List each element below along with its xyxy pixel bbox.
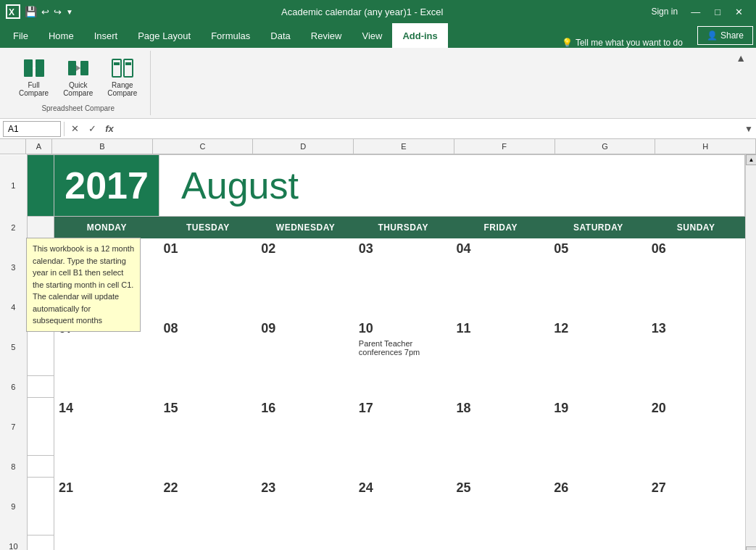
cell-c8[interactable] [159,456,257,478]
cell-h7[interactable]: 20 [647,398,745,456]
tab-view[interactable]: View [352,23,392,48]
tab-home[interactable]: Home [38,23,84,48]
cell-g9[interactable]: 26 [549,478,647,536]
cell-b8[interactable] [54,456,159,478]
close-button[interactable]: ✕ [728,5,750,19]
cell-b9[interactable]: 21 [54,478,159,536]
cell-f6[interactable] [452,376,549,398]
cell-a7[interactable] [27,398,54,456]
cell-e6[interactable] [354,376,452,398]
redo-icon[interactable]: ↪ [54,7,62,17]
cell-h8[interactable] [647,456,745,478]
save-icon[interactable]: 💾 [25,6,37,17]
tab-review[interactable]: Review [301,23,352,48]
cell-d10[interactable] [257,536,354,551]
cell-e5[interactable]: 10Parent Teacherconferences 7pm [354,318,452,376]
cell-a10[interactable] [27,536,54,551]
cell-f5[interactable]: 11 [452,318,549,376]
cell-a1[interactable] [27,155,54,217]
cell-c9[interactable]: 22 [159,478,257,536]
cell-c7[interactable]: 15 [159,398,257,456]
collapse-ribbon-button[interactable]: ▲ [731,51,750,65]
cell-c3[interactable]: 01 [159,238,257,296]
tab-page-layout[interactable]: Page Layout [128,23,201,48]
cell-g3[interactable]: 05 [549,238,647,296]
cell-h10[interactable] [647,536,745,551]
customize-icon[interactable]: ▼ [66,8,73,16]
formula-input[interactable] [117,124,744,134]
cell-d8[interactable] [257,456,354,478]
cell-f4[interactable] [452,296,549,318]
maximize-button[interactable]: □ [707,5,728,19]
cell-a4[interactable] [27,296,54,318]
cell-h5[interactable]: 13 [647,318,745,376]
cell-b4[interactable] [54,296,159,318]
cell-g8[interactable] [549,456,647,478]
cell-e8[interactable] [354,456,452,478]
range-compare-button[interactable]: RangeCompare [103,54,141,100]
cell-f3[interactable]: 04 [452,238,549,296]
cell-g7[interactable]: 19 [549,398,647,456]
cell-d6[interactable] [257,376,354,398]
cell-b3[interactable] [54,238,159,296]
cell-reference-input[interactable] [3,121,61,137]
cell-h9[interactable]: 27 [647,478,745,536]
cell-d9[interactable]: 23 [257,478,354,536]
cell-a9[interactable] [27,478,54,536]
cell-f10[interactable] [452,536,549,551]
scroll-down-button[interactable]: ▼ [746,546,756,550]
cell-e7[interactable]: 17 [354,398,452,456]
ribbon-search[interactable]: 💡 Tell me what you want to do [562,38,697,48]
cell-d4[interactable] [257,296,354,318]
cell-b10[interactable] [54,536,159,551]
scroll-up-button[interactable]: ▲ [746,154,756,165]
cell-b5[interactable]: 07 [54,318,159,376]
tab-formulas[interactable]: Formulas [201,23,260,48]
cell-e10[interactable] [354,536,452,551]
cell-a6[interactable] [27,376,54,398]
cell-g6[interactable] [549,376,647,398]
cell-b6[interactable] [54,376,159,398]
vertical-scrollbar[interactable]: ▲ ▼ [745,154,756,550]
cell-e3[interactable]: 03 [354,238,452,296]
cell-f8[interactable] [452,456,549,478]
insert-function-button[interactable]: fx [102,123,117,134]
grid-scroll-area[interactable]: 1 2017 August 2 MONDAY TUESDAY WEDNESDAY… [0,154,745,550]
cell-g10[interactable] [549,536,647,551]
cell-b7[interactable]: 14 [54,398,159,456]
cell-a2[interactable] [27,217,54,238]
tab-file[interactable]: File [3,23,38,48]
cell-c1-month[interactable]: August [159,155,745,217]
confirm-formula-button[interactable]: ✓ [85,123,99,134]
cell-a3[interactable] [27,238,54,296]
tab-data[interactable]: Data [260,23,300,48]
minimize-button[interactable]: — [684,5,707,19]
scroll-track-v[interactable] [746,165,756,546]
tab-add-ins[interactable]: Add-ins [392,23,447,48]
cell-f7[interactable]: 18 [452,398,549,456]
cell-d3[interactable]: 02 [257,238,354,296]
cell-h4[interactable] [647,296,745,318]
cell-c10[interactable] [159,536,257,551]
tab-insert[interactable]: Insert [84,23,128,48]
cell-h6[interactable] [647,376,745,398]
cell-h3[interactable]: 06 [647,238,745,296]
cell-e4[interactable] [354,296,452,318]
cancel-formula-button[interactable]: ✕ [67,123,82,134]
cell-g5[interactable]: 12 [549,318,647,376]
cell-a5[interactable] [27,318,54,376]
cell-c6[interactable] [159,376,257,398]
undo-icon[interactable]: ↩ [41,7,49,17]
cell-b1-year[interactable]: 2017 [54,155,159,217]
formula-expand-button[interactable]: ▼ [744,124,753,134]
share-button[interactable]: 👤 Share [697,26,753,45]
cell-c5[interactable]: 08 [159,318,257,376]
full-compare-button[interactable]: FullCompare [14,54,53,100]
cell-d7[interactable]: 16 [257,398,354,456]
cell-g4[interactable] [549,296,647,318]
cell-d5[interactable]: 09 [257,318,354,376]
sign-in-button[interactable]: Sign in [651,7,678,17]
cell-f9[interactable]: 25 [452,478,549,536]
cell-c4[interactable] [159,296,257,318]
cell-e9[interactable]: 24 [354,478,452,536]
